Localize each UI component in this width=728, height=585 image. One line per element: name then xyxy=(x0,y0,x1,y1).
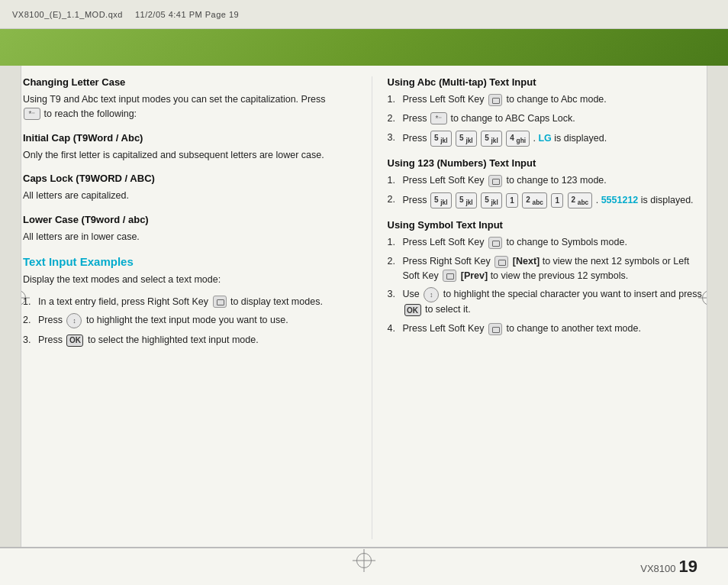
section-title-examples: Text Input Examples xyxy=(23,255,341,268)
key-5-1: 5 jkl xyxy=(430,131,452,147)
footer-page-number: 19 xyxy=(679,557,697,577)
section-intro-examples: Display the text modes and select a text… xyxy=(23,273,341,287)
abc-list: 1. Press Left Soft Key to change to Abc … xyxy=(388,92,706,147)
section-symbol-input: Using Symbol Text Input 1. Press Left So… xyxy=(388,219,706,336)
section-123-input: Using 123 (Numbers) Text Input 1. Press … xyxy=(388,157,706,208)
list-item: 3. Use ↕ to highlight the special charac… xyxy=(388,287,706,317)
section-title-abc: Using Abc (Multi-tap) Text Input xyxy=(388,76,706,88)
numbers-list: 1. Press Left Soft Key to change to 123 … xyxy=(388,173,706,208)
key-1-n1: 1 xyxy=(506,193,518,208)
left-soft-key-icon-c4 xyxy=(488,323,502,335)
list-item: 1. Press Left Soft Key to change to Symb… xyxy=(388,235,706,250)
left-soft-key-icon-a1 xyxy=(488,94,502,106)
ok-key-icon-1: OK xyxy=(66,335,83,347)
list-item: 2. Press *⁻ to change to ABC Caps Lock. xyxy=(388,112,706,126)
section-abc-input: Using Abc (Multi-tap) Text Input 1. Pres… xyxy=(388,76,706,147)
list-item: 3. Press OK to select the highlighted te… xyxy=(23,333,341,347)
list-item: 4. Press Left Soft Key to change to anot… xyxy=(388,322,706,336)
section-title-lower-case: Lower Case (T9word / abc) xyxy=(23,214,341,225)
key-5-3: 5 jkl xyxy=(481,131,502,147)
right-margin xyxy=(707,29,728,547)
top-bar: VX8100_(E)_1.1_MOD.qxd 11/2/05 4:41 PM P… xyxy=(0,0,728,29)
section-body-initial-cap: Only the first letter is capitalized and… xyxy=(23,148,341,163)
key-5-n1: 5 jkl xyxy=(430,192,452,208)
section-body-changing: Using T9 and Abc text input modes you ca… xyxy=(23,92,341,121)
right-soft-key-icon-1 xyxy=(213,296,227,308)
main-content: Changing Letter Case Using T9 and Abc te… xyxy=(23,76,705,539)
section-initial-cap: Initial Cap (T9Word / Abc) Only the firs… xyxy=(23,132,341,163)
list-item: 2. Press 5 jkl 5 jkl 5 jkl 1 2 abc 1 2 a… xyxy=(388,192,706,208)
left-soft-key-icon-b1 xyxy=(488,175,502,187)
left-column: Changing Letter Case Using T9 and Abc te… xyxy=(23,76,349,539)
left-margin xyxy=(0,29,21,547)
section-title-changing: Changing Letter Case xyxy=(23,76,341,88)
nav-key-icon-c3: ↕ xyxy=(424,287,439,302)
left-soft-key-icon-c1 xyxy=(488,237,502,249)
key-5-n3: 5 jkl xyxy=(481,192,502,208)
key-4: 4 ghi xyxy=(506,131,530,147)
key-5-2: 5 jkl xyxy=(456,131,477,147)
section-text-input-examples: Text Input Examples Display the text mod… xyxy=(23,255,341,347)
section-body-lower-case: All letters are in lower case. xyxy=(23,230,341,244)
header-datetime: 11/2/05 4:41 PM Page 19 xyxy=(135,10,239,19)
list-item: 2. Press Right Soft Key [Next] to view t… xyxy=(388,254,706,283)
section-caps-lock: Caps Lock (T9WORD / ABC) All letters are… xyxy=(23,173,341,203)
examples-list: 1. In a text entry field, press Right So… xyxy=(23,295,341,348)
right-column: Using Abc (Multi-tap) Text Input 1. Pres… xyxy=(372,76,706,539)
key-2abc-n2: 2 abc xyxy=(568,192,593,208)
list-item: 1. Press Left Soft Key to change to Abc … xyxy=(388,92,706,107)
star-key-icon-2: *⁻ xyxy=(430,112,447,124)
accent-bar xyxy=(0,29,728,66)
key-1-n2: 1 xyxy=(551,193,563,208)
list-item: 1. Press Left Soft Key to change to 123 … xyxy=(388,173,706,188)
ok-key-icon-c3: OK xyxy=(404,304,421,316)
section-body-caps-lock: All letters are capitalized. xyxy=(23,189,341,203)
star-key-icon: *⁻ xyxy=(24,108,40,120)
list-item: 2. Press ↕ to highlight the text input m… xyxy=(23,313,341,328)
section-title-symbol: Using Symbol Text Input xyxy=(388,219,706,231)
symbol-list: 1. Press Left Soft Key to change to Symb… xyxy=(388,235,706,336)
footer-model: VX8100 xyxy=(640,563,675,574)
section-title-123: Using 123 (Numbers) Text Input xyxy=(388,157,706,169)
section-title-initial-cap: Initial Cap (T9Word / Abc) xyxy=(23,132,341,144)
nav-key-icon-1: ↕ xyxy=(66,313,82,328)
footer: VX8100 19 xyxy=(0,547,728,585)
section-lower-case: Lower Case (T9word / abc) All letters ar… xyxy=(23,214,341,244)
right-soft-key-icon-c2 xyxy=(494,256,508,268)
list-item: 3. Press 5 jkl 5 jkl 5 jkl 4 ghi . LG is… xyxy=(388,131,706,147)
lg-text: LG xyxy=(538,133,551,144)
key-2abc-n1: 2 abc xyxy=(522,192,547,208)
key-5-n2: 5 jkl xyxy=(456,192,477,208)
footer-page-info: VX8100 19 xyxy=(640,557,697,577)
header-filename: VX8100_(E)_1.1_MOD.qxd xyxy=(12,10,123,19)
list-item: 1. In a text entry field, press Right So… xyxy=(23,295,341,309)
number-display: 5551212 xyxy=(601,195,639,205)
section-changing-letter-case: Changing Letter Case Using T9 and Abc te… xyxy=(23,76,341,121)
left-soft-key-icon-c2b xyxy=(443,270,456,282)
section-title-caps-lock: Caps Lock (T9WORD / ABC) xyxy=(23,173,341,184)
